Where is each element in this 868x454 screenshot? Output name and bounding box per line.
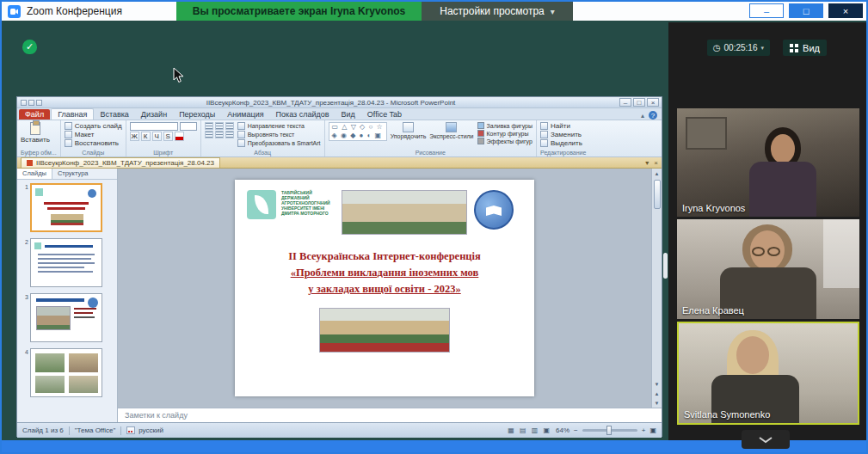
tab-insert[interactable]: Вставка — [94, 109, 134, 120]
tab-home[interactable]: Главная — [51, 108, 94, 120]
reset-button[interactable]: Восстановить — [65, 139, 119, 147]
powerpoint-titlebar: ІІВсеукрКонф_2023_КВМ_ТДАТУ_презентація_… — [17, 97, 662, 108]
campus-photo — [319, 308, 450, 353]
replace-button[interactable]: Заменить — [540, 131, 582, 138]
shapes-gallery[interactable]: ▭ △ ▽ ◇ ○ ☆ ◈ ◉ ◆ ● ◐ ▣ — [329, 122, 387, 141]
pane-tab-slides[interactable]: Слайды — [17, 169, 52, 179]
shape-fill-button[interactable]: Заливка фигуры — [477, 122, 532, 129]
arrange-label: Упорядочить — [391, 133, 427, 139]
paste-label: Вставить — [21, 136, 50, 144]
tab-transitions[interactable]: Переходы — [173, 109, 221, 120]
language-indicator[interactable]: русский — [139, 426, 163, 434]
arrange-button[interactable]: Упорядочить — [391, 122, 427, 139]
find-button[interactable]: Найти — [540, 122, 570, 130]
align-text-button[interactable]: Выровнять текст — [237, 131, 321, 138]
tab-file[interactable]: Файл — [19, 109, 50, 120]
new-slide-icon — [65, 122, 72, 130]
close-document-icon[interactable]: × — [654, 159, 658, 167]
shapes-row: ◈ ◉ ◆ ● ◐ ▣ — [332, 132, 384, 140]
font-size-combobox[interactable] — [180, 122, 197, 131]
slide-thumbnail-3[interactable] — [30, 293, 102, 342]
font-color-button[interactable] — [175, 132, 184, 141]
tab-view[interactable]: Вид — [336, 109, 361, 120]
font-name-combobox[interactable] — [130, 122, 178, 131]
grid-view-icon — [790, 44, 798, 52]
view-options-dropdown[interactable]: Настройки просмотра ▾ — [422, 2, 573, 21]
ppt-maximize-button[interactable]: □ — [633, 98, 645, 107]
find-icon — [540, 122, 548, 130]
slide-canvas[interactable]: ТАВРІЙСЬКИЙ ДЕРЖАВНИЙ АГРОТЕХНОЛОГІЧНИЙ … — [235, 180, 534, 396]
slide-thumbnail-2[interactable] — [30, 238, 102, 287]
tab-office-tab[interactable]: Office Tab — [361, 109, 408, 120]
participant-video-svitlana-active-speaker[interactable]: Svitlana Symonenko — [677, 322, 859, 425]
tab-animations[interactable]: Анимация — [221, 109, 269, 120]
slide-scrollbar[interactable]: ▲ ▼ ▲ ▼ — [651, 169, 662, 408]
spellcheck-icon[interactable] — [126, 426, 135, 434]
shape-effects-button[interactable]: Эффекты фигур — [477, 138, 532, 144]
timer-value: 00:25:16 — [724, 43, 758, 52]
tab-design[interactable]: Дизайн — [135, 109, 173, 120]
scroll-down-icon[interactable]: ▼ — [655, 379, 660, 389]
scroll-up-icon[interactable]: ▲ — [655, 169, 660, 178]
slide-thumbnail-4[interactable] — [30, 348, 102, 397]
new-slide-button[interactable]: Создать слайд — [65, 122, 122, 130]
slide-thumbnail-1[interactable] — [30, 183, 102, 232]
participant-name: Елена Кравец — [682, 305, 744, 316]
notes-placeholder: Заметки к слайду — [125, 411, 188, 420]
zoom-slider[interactable] — [582, 429, 637, 432]
powerpoint-window: ІІВсеукрКонф_2023_КВМ_ТДАТУ_презентація_… — [16, 96, 662, 437]
participant-video-iryna[interactable]: Iryna Kryvonos — [677, 108, 859, 217]
pane-tab-outline[interactable]: Структура — [52, 169, 94, 179]
ribbon-tab-bar: Файл Главная Вставка Дизайн Переходы Ани… — [17, 108, 662, 120]
layout-label: Макет — [75, 131, 95, 138]
quick-styles-button[interactable]: Экспресс-стили — [429, 122, 473, 139]
security-shield-icon[interactable]: ✓ — [22, 40, 37, 54]
align-buttons[interactable] — [205, 131, 234, 138]
taskbar-strip — [2, 440, 866, 452]
next-slide-icon[interactable]: ▼ — [655, 398, 660, 408]
ppt-minimize-button[interactable]: – — [619, 98, 631, 107]
scroll-participants-button[interactable] — [742, 430, 790, 449]
quick-access-toolbar[interactable] — [21, 100, 42, 106]
zoom-out-button[interactable]: − — [574, 426, 578, 434]
chevron-down-icon: ▾ — [551, 7, 555, 16]
select-button[interactable]: Выделить — [540, 139, 582, 147]
clock-icon: ◷ — [713, 43, 721, 52]
meeting-timer[interactable]: ◷ 00:25:16 ▾ — [707, 40, 770, 56]
zoom-slider-thumb[interactable] — [606, 426, 612, 435]
scrollbar-thumb[interactable] — [654, 180, 661, 209]
convert-smartart-button[interactable]: Преобразовать в SmartArt — [237, 139, 321, 147]
document-tab[interactable]: ІІВсеукрКонф_2023_КВМ_ТДАТУ_презентація_… — [21, 157, 220, 168]
close-button[interactable]: × — [828, 3, 863, 18]
zoom-level[interactable]: 64% — [556, 426, 569, 434]
share-scrollbar-handle[interactable] — [663, 253, 668, 279]
notes-area[interactable]: Заметки к слайду — [118, 408, 662, 422]
reset-icon — [65, 139, 72, 147]
view-switcher-buttons[interactable]: ▦ ▤ ▥ ▣ — [508, 426, 551, 434]
slide-number: 4 — [19, 348, 28, 355]
zoom-in-button[interactable]: + — [642, 426, 646, 434]
maximize-button[interactable]: □ — [789, 3, 823, 18]
ppt-close-button[interactable]: × — [647, 98, 659, 107]
text-direction-button[interactable]: Направление текста — [237, 122, 321, 130]
list-buttons[interactable] — [205, 122, 234, 130]
paste-button[interactable]: Вставить — [21, 122, 50, 144]
view-button[interactable]: Вид — [783, 40, 827, 56]
minimize-button[interactable]: – — [749, 3, 784, 18]
layout-button[interactable]: Макет — [65, 131, 95, 138]
bold-button[interactable]: Ж — [130, 132, 139, 141]
tab-slideshow[interactable]: Показ слайдов — [270, 109, 336, 120]
view-button-label: Вид — [803, 43, 820, 53]
shape-outline-button[interactable]: Контур фигуры — [477, 130, 532, 137]
select-label: Выделить — [551, 139, 582, 147]
previous-slide-icon[interactable]: ▲ — [655, 389, 660, 398]
italic-button[interactable]: К — [141, 132, 151, 141]
shadow-button[interactable]: S — [163, 132, 173, 141]
view-options-label: Настройки просмотра — [440, 5, 545, 17]
help-icon[interactable]: ? — [649, 111, 657, 120]
collapse-ribbon-icon[interactable]: ▴ — [641, 112, 644, 120]
participant-video-elena[interactable]: Елена Кравец — [677, 219, 859, 319]
underline-button[interactable]: Ч — [152, 132, 162, 141]
tab-list-icon[interactable]: ▾ — [645, 159, 649, 167]
fit-to-window-button[interactable]: ▣ — [649, 426, 656, 434]
